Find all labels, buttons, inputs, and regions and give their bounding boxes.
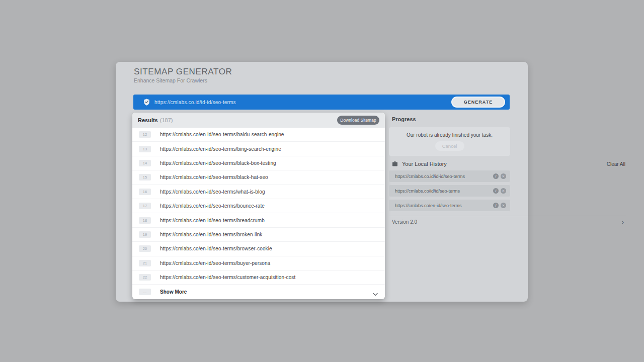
info-icon[interactable]: i bbox=[493, 203, 499, 208]
close-icon[interactable]: ✕ bbox=[501, 203, 506, 208]
close-icon[interactable]: ✕ bbox=[501, 173, 506, 179]
progress-title: Progress bbox=[392, 116, 416, 122]
result-row: 20 https://cmlabs.co/en-id/seo-terms/bro… bbox=[132, 242, 385, 256]
url-input-bar[interactable]: https://cmlabs.co.id/id-id/seo-terms GEN… bbox=[133, 95, 510, 110]
download-sitemap-button[interactable]: Download Sitemap bbox=[337, 116, 379, 125]
results-count: (187) bbox=[160, 117, 173, 123]
result-index-badge: 22 bbox=[139, 274, 151, 281]
result-index-badge: 13 bbox=[139, 146, 151, 152]
result-row: 21 https://cmlabs.co/en-id/seo-terms/buy… bbox=[132, 256, 385, 270]
show-more-button[interactable]: ... Show More bbox=[132, 285, 385, 299]
result-row: 15 https://cmlabs.co/en-id/seo-terms/bla… bbox=[132, 170, 385, 185]
result-row: 13 https://cmlabs.co/en-id/seo-terms/bin… bbox=[132, 142, 385, 156]
result-index-badge: 16 bbox=[139, 189, 151, 195]
result-row: 14 https://cmlabs.co/en-id/seo-terms/bla… bbox=[132, 156, 385, 170]
page-subtitle: Enhance Sitemap For Crawlers bbox=[134, 77, 207, 83]
result-url: https://cmlabs.co/en-id/seo-terms/baidu-… bbox=[160, 132, 284, 137]
result-url: https://cmlabs.co/en-id/seo-terms/broken… bbox=[160, 232, 262, 237]
result-index-badge: 20 bbox=[139, 245, 151, 252]
cancel-button[interactable]: Cancel bbox=[435, 141, 464, 151]
history-item[interactable]: https://cmlabs.co/id/id/seo-terms i ✕ bbox=[389, 185, 510, 197]
local-history-header: Your Local History Clear All bbox=[392, 160, 625, 167]
info-icon[interactable]: i bbox=[493, 173, 499, 179]
history-url: https://cmlabs.co/id/id/seo-terms bbox=[395, 189, 460, 194]
generate-button[interactable]: GENERATE bbox=[451, 97, 505, 108]
result-url: https://cmlabs.co/en-id/seo-terms/black-… bbox=[160, 174, 268, 180]
history-url: https://cmlabs.co.id/id-id/seo-terms bbox=[395, 174, 465, 179]
result-url: https://cmlabs.co/en-id/seo-terms/what-i… bbox=[160, 189, 265, 195]
result-url: https://cmlabs.co/en-id/seo-terms/custom… bbox=[160, 275, 295, 280]
result-row: 16 https://cmlabs.co/en-id/seo-terms/wha… bbox=[132, 185, 385, 199]
page-title: SITEMAP GENERATOR bbox=[134, 67, 232, 77]
result-index-badge: 14 bbox=[139, 160, 151, 166]
history-item[interactable]: https://cmlabs.co.id/id-id/seo-terms i ✕ bbox=[389, 170, 510, 182]
results-panel: Results (187) Download Sitemap 12 https:… bbox=[132, 113, 385, 299]
result-url: https://cmlabs.co/en-id/seo-terms/black-… bbox=[160, 160, 276, 166]
result-index-badge: 18 bbox=[139, 217, 151, 224]
briefcase-icon bbox=[392, 161, 398, 167]
result-row: 17 https://cmlabs.co/en-id/seo-terms/bou… bbox=[132, 199, 385, 213]
chevron-right-icon: › bbox=[622, 219, 624, 225]
result-url: https://cmlabs.co/en-id/seo-terms/browse… bbox=[160, 246, 272, 251]
result-row: 18 https://cmlabs.co/en-id/seo-terms/bre… bbox=[132, 213, 385, 227]
results-header: Results (187) Download Sitemap bbox=[132, 113, 385, 128]
result-index-badge: 17 bbox=[139, 203, 151, 209]
show-more-label: Show More bbox=[160, 289, 187, 295]
result-url: https://cmlabs.co/en-id/seo-terms/breadc… bbox=[160, 218, 265, 223]
results-title: Results bbox=[138, 117, 158, 123]
progress-card: Our robot is already finished your task.… bbox=[389, 127, 510, 156]
url-input-value[interactable]: https://cmlabs.co.id/id-id/seo-terms bbox=[154, 100, 236, 105]
history-url: https://cmlabs.co/en-id/seo-terms bbox=[395, 203, 462, 208]
info-icon[interactable]: i bbox=[493, 188, 499, 194]
result-index-badge: 12 bbox=[139, 131, 151, 138]
version-row[interactable]: Version 2.0 › bbox=[389, 216, 626, 227]
clear-all-button[interactable]: Clear All bbox=[607, 161, 625, 167]
local-history-title: Your Local History bbox=[402, 161, 447, 167]
show-more-badge: ... bbox=[139, 289, 151, 295]
result-index-badge: 15 bbox=[139, 174, 151, 180]
shield-check-icon bbox=[143, 98, 150, 106]
result-row: 12 https://cmlabs.co/en-id/seo-terms/bai… bbox=[132, 128, 385, 142]
close-icon[interactable]: ✕ bbox=[501, 188, 506, 194]
result-index-badge: 21 bbox=[139, 260, 151, 266]
result-url: https://cmlabs.co/en-id/seo-terms/bing-s… bbox=[160, 146, 281, 152]
history-item[interactable]: https://cmlabs.co/en-id/seo-terms i ✕ bbox=[389, 200, 510, 211]
result-row: 19 https://cmlabs.co/en-id/seo-terms/bro… bbox=[132, 228, 385, 242]
result-url: https://cmlabs.co/en-id/seo-terms/bounce… bbox=[160, 203, 265, 209]
sitemap-generator-card: SITEMAP GENERATOR Enhance Sitemap For Cr… bbox=[116, 62, 528, 302]
version-label: Version 2.0 bbox=[392, 219, 417, 225]
result-row: 22 https://cmlabs.co/en-id/seo-terms/cus… bbox=[132, 270, 385, 285]
result-url: https://cmlabs.co/en-id/seo-terms/buyer-… bbox=[160, 260, 270, 266]
chevron-down-icon bbox=[373, 289, 378, 298]
progress-message: Our robot is already finished your task. bbox=[389, 132, 510, 138]
result-index-badge: 19 bbox=[139, 231, 151, 238]
